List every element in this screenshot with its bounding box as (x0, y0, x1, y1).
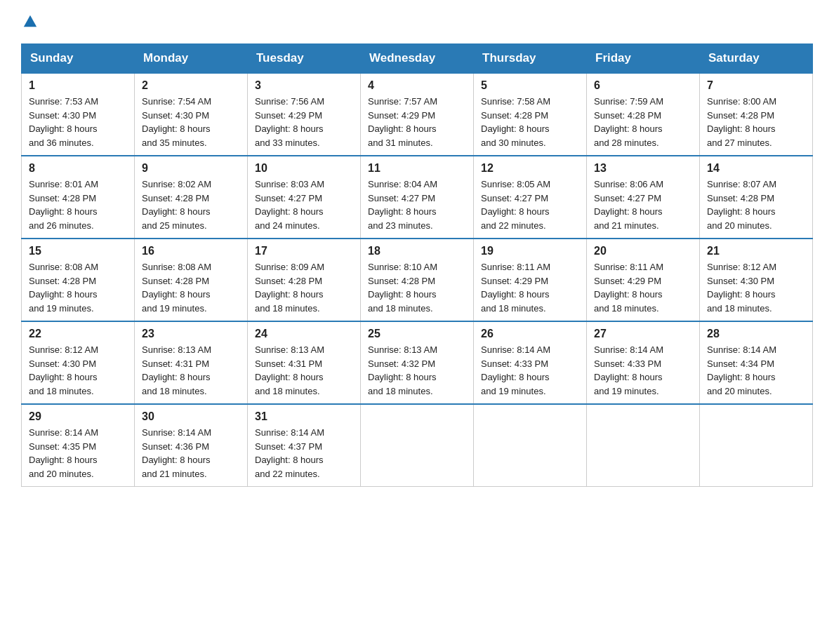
calendar-week-row: 22 Sunrise: 8:12 AM Sunset: 4:30 PM Dayl… (22, 321, 813, 404)
day-number: 15 (29, 245, 127, 257)
day-info: Sunrise: 8:10 AM Sunset: 4:28 PM Dayligh… (368, 260, 466, 315)
day-info: Sunrise: 8:11 AM Sunset: 4:29 PM Dayligh… (594, 260, 692, 315)
day-info: Sunrise: 8:02 AM Sunset: 4:28 PM Dayligh… (142, 177, 240, 232)
calendar-day-cell: 16 Sunrise: 8:08 AM Sunset: 4:28 PM Dayl… (135, 239, 248, 321)
calendar-day-cell: 11 Sunrise: 8:04 AM Sunset: 4:27 PM Dayl… (361, 156, 474, 239)
calendar-day-cell: 13 Sunrise: 8:06 AM Sunset: 4:27 PM Dayl… (587, 156, 700, 239)
day-number: 31 (255, 410, 353, 423)
calendar-day-cell: 21 Sunrise: 8:12 AM Sunset: 4:30 PM Dayl… (700, 239, 813, 321)
calendar-day-cell: 22 Sunrise: 8:12 AM Sunset: 4:30 PM Dayl… (22, 321, 135, 404)
calendar-day-cell: 20 Sunrise: 8:11 AM Sunset: 4:29 PM Dayl… (587, 239, 700, 321)
day-number: 1 (29, 79, 127, 92)
page-header (21, 14, 813, 29)
day-number: 26 (481, 328, 579, 340)
day-info: Sunrise: 8:12 AM Sunset: 4:30 PM Dayligh… (29, 343, 127, 398)
calendar-day-cell: 18 Sunrise: 8:10 AM Sunset: 4:28 PM Dayl… (361, 239, 474, 321)
calendar-day-cell: 9 Sunrise: 8:02 AM Sunset: 4:28 PM Dayli… (135, 156, 248, 239)
calendar-header-row: SundayMondayTuesdayWednesdayThursdayFrid… (22, 44, 813, 74)
calendar-day-cell: 15 Sunrise: 8:08 AM Sunset: 4:28 PM Dayl… (22, 239, 135, 321)
day-info: Sunrise: 8:01 AM Sunset: 4:28 PM Dayligh… (29, 177, 127, 232)
calendar-day-cell: 7 Sunrise: 8:00 AM Sunset: 4:28 PM Dayli… (700, 73, 813, 156)
day-of-week-header: Thursday (474, 44, 587, 74)
calendar-day-cell: 19 Sunrise: 8:11 AM Sunset: 4:29 PM Dayl… (474, 239, 587, 321)
calendar-day-cell: 25 Sunrise: 8:13 AM Sunset: 4:32 PM Dayl… (361, 321, 474, 404)
day-info: Sunrise: 8:13 AM Sunset: 4:31 PM Dayligh… (142, 343, 240, 398)
day-number: 5 (481, 79, 579, 92)
day-number: 4 (368, 79, 466, 92)
day-info: Sunrise: 7:53 AM Sunset: 4:30 PM Dayligh… (29, 95, 127, 149)
day-number: 27 (594, 328, 692, 340)
day-number: 25 (368, 328, 466, 340)
day-info: Sunrise: 7:59 AM Sunset: 4:28 PM Dayligh… (594, 95, 692, 149)
day-info: Sunrise: 8:08 AM Sunset: 4:28 PM Dayligh… (29, 260, 127, 315)
day-of-week-header: Sunday (22, 44, 135, 74)
calendar-day-cell: 4 Sunrise: 7:57 AM Sunset: 4:29 PM Dayli… (361, 73, 474, 156)
calendar-week-row: 8 Sunrise: 8:01 AM Sunset: 4:28 PM Dayli… (22, 156, 813, 239)
day-info: Sunrise: 8:09 AM Sunset: 4:28 PM Dayligh… (255, 260, 353, 315)
day-info: Sunrise: 8:14 AM Sunset: 4:35 PM Dayligh… (29, 426, 127, 481)
day-info: Sunrise: 8:04 AM Sunset: 4:27 PM Dayligh… (368, 177, 466, 232)
day-number: 30 (142, 410, 240, 423)
calendar-week-row: 15 Sunrise: 8:08 AM Sunset: 4:28 PM Dayl… (22, 239, 813, 321)
day-info: Sunrise: 8:14 AM Sunset: 4:33 PM Dayligh… (481, 343, 579, 398)
day-info: Sunrise: 7:54 AM Sunset: 4:30 PM Dayligh… (142, 95, 240, 149)
day-number: 21 (707, 245, 805, 257)
day-number: 12 (481, 162, 579, 175)
day-info: Sunrise: 8:14 AM Sunset: 4:37 PM Dayligh… (255, 426, 353, 481)
calendar-day-cell: 28 Sunrise: 8:14 AM Sunset: 4:34 PM Dayl… (700, 321, 813, 404)
day-number: 24 (255, 328, 353, 340)
day-number: 28 (707, 328, 805, 340)
day-number: 13 (594, 162, 692, 175)
calendar-day-cell (361, 404, 474, 487)
calendar-day-cell: 27 Sunrise: 8:14 AM Sunset: 4:33 PM Dayl… (587, 321, 700, 404)
calendar-day-cell: 30 Sunrise: 8:14 AM Sunset: 4:36 PM Dayl… (135, 404, 248, 487)
day-info: Sunrise: 8:05 AM Sunset: 4:27 PM Dayligh… (481, 177, 579, 232)
calendar-day-cell: 6 Sunrise: 7:59 AM Sunset: 4:28 PM Dayli… (587, 73, 700, 156)
day-info: Sunrise: 8:13 AM Sunset: 4:31 PM Dayligh… (255, 343, 353, 398)
day-number: 2 (142, 79, 240, 92)
calendar-day-cell: 14 Sunrise: 8:07 AM Sunset: 4:28 PM Dayl… (700, 156, 813, 239)
day-number: 3 (255, 79, 353, 92)
day-info: Sunrise: 8:14 AM Sunset: 4:33 PM Dayligh… (594, 343, 692, 398)
day-info: Sunrise: 8:00 AM Sunset: 4:28 PM Dayligh… (707, 95, 805, 149)
logo (21, 14, 38, 29)
day-info: Sunrise: 8:06 AM Sunset: 4:27 PM Dayligh… (594, 177, 692, 232)
day-number: 14 (707, 162, 805, 175)
day-number: 29 (29, 410, 127, 423)
calendar-week-row: 1 Sunrise: 7:53 AM Sunset: 4:30 PM Dayli… (22, 73, 813, 156)
calendar-day-cell: 5 Sunrise: 7:58 AM Sunset: 4:28 PM Dayli… (474, 73, 587, 156)
calendar-day-cell (700, 404, 813, 487)
calendar-day-cell: 24 Sunrise: 8:13 AM Sunset: 4:31 PM Dayl… (248, 321, 361, 404)
day-number: 23 (142, 328, 240, 340)
calendar-day-cell: 10 Sunrise: 8:03 AM Sunset: 4:27 PM Dayl… (248, 156, 361, 239)
calendar-day-cell (587, 404, 700, 487)
calendar-week-row: 29 Sunrise: 8:14 AM Sunset: 4:35 PM Dayl… (22, 404, 813, 487)
day-number: 9 (142, 162, 240, 175)
day-of-week-header: Saturday (700, 44, 813, 74)
calendar-table: SundayMondayTuesdayWednesdayThursdayFrid… (21, 43, 813, 487)
day-info: Sunrise: 8:12 AM Sunset: 4:30 PM Dayligh… (707, 260, 805, 315)
logo-icon (22, 14, 38, 29)
day-number: 11 (368, 162, 466, 175)
day-number: 22 (29, 328, 127, 340)
day-number: 10 (255, 162, 353, 175)
calendar-day-cell: 23 Sunrise: 8:13 AM Sunset: 4:31 PM Dayl… (135, 321, 248, 404)
day-number: 8 (29, 162, 127, 175)
day-info: Sunrise: 7:56 AM Sunset: 4:29 PM Dayligh… (255, 95, 353, 149)
day-number: 18 (368, 245, 466, 257)
day-info: Sunrise: 8:11 AM Sunset: 4:29 PM Dayligh… (481, 260, 579, 315)
day-info: Sunrise: 7:58 AM Sunset: 4:28 PM Dayligh… (481, 95, 579, 149)
calendar-day-cell: 12 Sunrise: 8:05 AM Sunset: 4:27 PM Dayl… (474, 156, 587, 239)
day-of-week-header: Tuesday (248, 44, 361, 74)
calendar-day-cell: 1 Sunrise: 7:53 AM Sunset: 4:30 PM Dayli… (22, 73, 135, 156)
day-number: 20 (594, 245, 692, 257)
day-of-week-header: Monday (135, 44, 248, 74)
day-number: 17 (255, 245, 353, 257)
calendar-day-cell: 29 Sunrise: 8:14 AM Sunset: 4:35 PM Dayl… (22, 404, 135, 487)
calendar-day-cell: 31 Sunrise: 8:14 AM Sunset: 4:37 PM Dayl… (248, 404, 361, 487)
day-number: 6 (594, 79, 692, 92)
day-number: 7 (707, 79, 805, 92)
calendar-day-cell: 17 Sunrise: 8:09 AM Sunset: 4:28 PM Dayl… (248, 239, 361, 321)
calendar-day-cell: 3 Sunrise: 7:56 AM Sunset: 4:29 PM Dayli… (248, 73, 361, 156)
day-number: 19 (481, 245, 579, 257)
